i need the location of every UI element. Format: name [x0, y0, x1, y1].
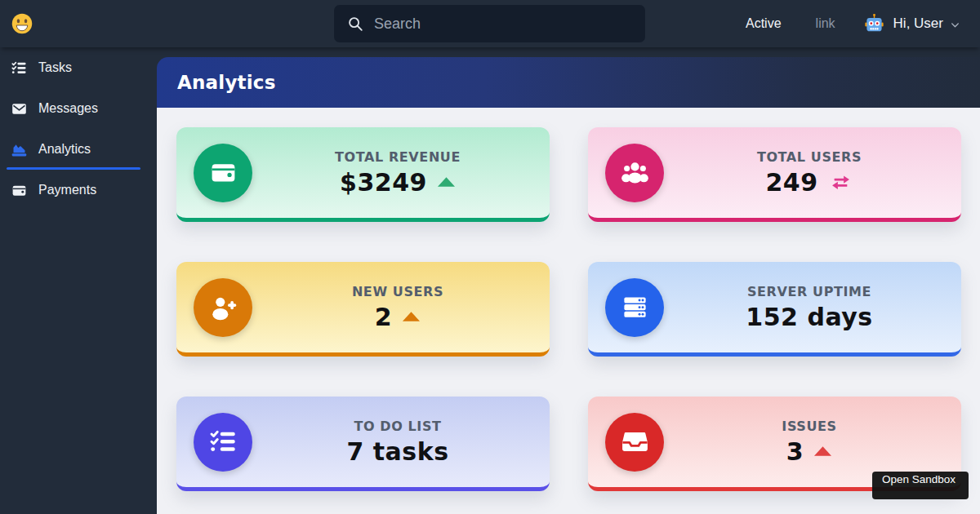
stat-value: 152 days	[746, 303, 872, 331]
list-check-icon	[11, 60, 28, 77]
wallet-icon	[194, 144, 252, 202]
stat-value: 7 tasks	[346, 437, 448, 466]
chevron-down-icon	[950, 20, 960, 30]
stat-card-total-users: TOTAL USERS 249	[588, 127, 961, 222]
smiley-logo-icon[interactable]	[11, 12, 33, 35]
stat-value: 249	[765, 168, 817, 197]
sidebar-item-label: Tasks	[38, 60, 72, 75]
stat-card-total-revenue: TOTAL REVENUE $3249	[176, 127, 550, 222]
list-check-icon	[194, 413, 252, 472]
sidebar-item-tasks[interactable]: Tasks	[0, 47, 157, 88]
users-icon	[605, 144, 664, 202]
page-title: Analytics	[177, 72, 276, 93]
wallet-icon	[11, 182, 28, 199]
stat-card-todo-list: TO DO LIST 7 tasks	[176, 397, 550, 491]
stat-label: NEW USERS	[252, 284, 543, 299]
stats-grid: TOTAL REVENUE $3249 TOTAL USERS 249 NEW …	[176, 127, 961, 491]
exchange-icon	[828, 172, 853, 193]
sidebar-item-analytics[interactable]: Analytics	[0, 129, 157, 170]
nav-link-link[interactable]: link	[816, 16, 835, 31]
sidebar-item-label: Payments	[38, 183, 96, 197]
sidebar-item-label: Messages	[38, 101, 98, 116]
open-sandbox-button[interactable]: Open Sandbox	[872, 472, 969, 499]
stat-label: SERVER UPTIME	[664, 284, 955, 299]
nav-link-active[interactable]: Active	[746, 16, 782, 31]
user-greeting: Hi, User	[893, 16, 943, 32]
chart-area-icon	[11, 141, 28, 158]
page-header: Analytics	[157, 57, 980, 108]
caret-up-icon	[813, 445, 832, 457]
stat-card-server-uptime: SERVER UPTIME 152 days	[588, 262, 961, 357]
user-plus-icon	[194, 278, 252, 337]
sidebar-item-label: Analytics	[38, 142, 91, 157]
stat-value: $3249	[340, 168, 427, 197]
stat-label: TOTAL REVENUE	[252, 149, 543, 165]
caret-up-icon	[437, 176, 456, 188]
sidebar-item-messages[interactable]: Messages	[0, 88, 157, 129]
sidebar: Tasks Messages Analytics Payments	[0, 47, 157, 514]
search-box[interactable]	[334, 5, 645, 42]
server-icon	[605, 278, 664, 337]
user-menu[interactable]: Hi, User	[863, 13, 960, 35]
stat-label: TO DO LIST	[252, 419, 543, 434]
top-bar: Active link Hi, User	[0, 0, 980, 47]
stat-card-new-users: NEW USERS 2	[176, 262, 550, 357]
top-nav: Active link Hi, User	[711, 0, 960, 47]
search-icon	[346, 15, 364, 33]
search-input[interactable]	[364, 16, 645, 33]
robot-avatar-icon	[863, 13, 885, 35]
inbox-icon	[605, 413, 664, 472]
envelope-icon	[11, 100, 28, 117]
caret-up-icon	[402, 311, 421, 322]
stat-value: 3	[786, 437, 804, 466]
stat-label: TOTAL USERS	[664, 149, 955, 165]
stat-label: ISSUES	[664, 419, 955, 434]
sidebar-item-payments[interactable]: Payments	[0, 170, 157, 210]
stat-value: 2	[375, 303, 392, 331]
